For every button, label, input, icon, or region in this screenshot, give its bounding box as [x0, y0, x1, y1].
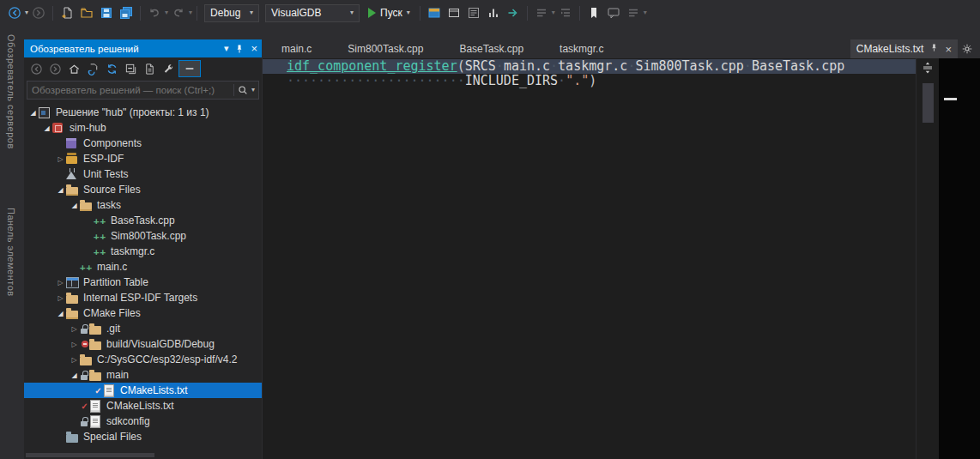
- collapse-arrow-icon[interactable]: [27, 109, 39, 117]
- server-explorer-tab[interactable]: Обозреватель серверов: [6, 34, 16, 149]
- folder-icon: [80, 353, 94, 365]
- collapse-arrow-icon[interactable]: [55, 186, 66, 194]
- search-icon[interactable]: [234, 82, 251, 99]
- minimap[interactable]: [939, 58, 980, 459]
- sync-with-active-document-icon[interactable]: [84, 60, 101, 77]
- tree-item[interactable]: Internal ESP-IDF Targets: [24, 290, 262, 305]
- deploy-icon[interactable]: [504, 3, 523, 23]
- play-icon: [368, 8, 376, 18]
- expand-arrow-icon[interactable]: [55, 279, 66, 287]
- tree-item[interactable]: Unit Tests: [24, 166, 262, 182]
- collapse-arrow-icon[interactable]: [55, 310, 66, 317]
- bookmark-icon[interactable]: [584, 3, 603, 23]
- undo-caret-icon[interactable]: ▾: [165, 9, 168, 16]
- open-file-icon[interactable]: [77, 3, 96, 23]
- undo-icon[interactable]: [145, 3, 164, 23]
- toolchain-dropdown[interactable]: VisualGDB ▾: [265, 4, 360, 22]
- tree-item[interactable]: ESP-IDF: [24, 151, 262, 166]
- pin-icon[interactable]: [234, 44, 245, 54]
- search-options-chevron-icon[interactable]: ▾: [251, 87, 255, 94]
- collapse-all-icon[interactable]: [122, 60, 139, 77]
- search-input[interactable]: [27, 85, 233, 95]
- code-map-icon[interactable]: [624, 3, 643, 23]
- tree-item[interactable]: .git: [24, 321, 262, 336]
- indent-icon[interactable]: [556, 3, 575, 23]
- collapse-arrow-icon[interactable]: [41, 124, 52, 132]
- start-debugging-button[interactable]: Пуск ▾: [363, 3, 415, 22]
- minimap-marker: [944, 98, 957, 100]
- splitter-grip-icon[interactable]: [921, 61, 935, 78]
- tree-item[interactable]: sim-hub: [24, 120, 262, 136]
- scrollbar-thumb[interactable]: [26, 453, 154, 457]
- expand-arrow-icon[interactable]: [69, 325, 80, 333]
- tree-item[interactable]: Sim800Task.cpp: [24, 228, 262, 244]
- redo-caret-icon[interactable]: ▾: [189, 9, 192, 16]
- list-members-caret-icon[interactable]: ▾: [552, 9, 555, 16]
- close-tab-icon[interactable]: ×: [945, 44, 952, 55]
- gear-icon[interactable]: [958, 39, 977, 58]
- close-icon[interactable]: ×: [251, 42, 257, 55]
- code-line[interactable]: ·······················INCLUDE_DIRS·"."): [263, 74, 916, 88]
- screenshot-icon[interactable]: [425, 3, 444, 23]
- tree-item[interactable]: sdkconfig: [24, 414, 262, 429]
- tree-item[interactable]: CMakeLists.txt: [24, 398, 262, 414]
- toolbar-separator: [197, 6, 197, 21]
- horizontal-scrollbar[interactable]: [24, 451, 262, 459]
- tree-item[interactable]: Special Files: [24, 429, 262, 444]
- toolbox-tab[interactable]: Панель элементов: [6, 208, 16, 297]
- navigate-back-caret-icon[interactable]: ▾: [25, 9, 28, 16]
- redo-icon[interactable]: [169, 3, 188, 23]
- tab-sim800task-cpp[interactable]: Sim800Task.cpp: [341, 41, 430, 57]
- navigate-forward-icon[interactable]: [29, 3, 48, 23]
- show-all-files-icon[interactable]: [141, 60, 158, 77]
- window-position-chevron-icon[interactable]: ▾: [224, 43, 229, 54]
- tree-item[interactable]: build/VisualGDB/Debug: [24, 336, 262, 352]
- save-icon[interactable]: [97, 3, 116, 23]
- code-line[interactable]: idf_component_register(SRCS·main.c·taskm…: [263, 59, 916, 74]
- tree-item-label: build/VisualGDB/Debug: [106, 338, 215, 350]
- refresh-icon[interactable]: [103, 60, 120, 77]
- expand-arrow-icon[interactable]: [69, 341, 80, 348]
- vertical-scrollbar[interactable]: [916, 58, 939, 459]
- tree-item[interactable]: CMake Files: [24, 305, 262, 321]
- navigate-back-icon[interactable]: [5, 3, 24, 23]
- back-icon[interactable]: [27, 60, 45, 77]
- solution-explorer-header[interactable]: Обозреватель решений ▾ ×: [24, 39, 262, 57]
- keep-open-pin-icon[interactable]: [929, 43, 939, 55]
- tree-item[interactable]: taskmgr.c: [24, 244, 262, 259]
- list-members-icon[interactable]: [532, 3, 551, 23]
- code-editor[interactable]: idf_component_register(SRCS·main.c·taskm…: [263, 58, 916, 459]
- tree-item[interactable]: CMakeLists.txt: [24, 383, 262, 398]
- tab-taskmgr-c[interactable]: taskmgr.c: [553, 41, 610, 57]
- expand-arrow-icon[interactable]: [69, 356, 80, 364]
- expand-arrow-icon[interactable]: [55, 155, 66, 163]
- tree-item[interactable]: main.c: [24, 259, 262, 275]
- wrench-icon[interactable]: [160, 60, 177, 77]
- collapse-arrow-icon[interactable]: [69, 371, 80, 379]
- toolbar-overflow-icon[interactable]: ▾: [644, 9, 647, 16]
- expand-arrow-icon[interactable]: [55, 294, 66, 302]
- diagnostics-icon[interactable]: [484, 3, 503, 23]
- tree-item[interactable]: BaseTask.cpp: [24, 213, 262, 228]
- tree-item[interactable]: C:/SysGCC/esp32/esp-idf/v4.2: [24, 352, 262, 367]
- tree-item[interactable]: Решение "hub" (проекты: 1 из 1): [24, 105, 262, 120]
- forward-icon[interactable]: [46, 60, 64, 77]
- comment-icon[interactable]: [604, 3, 623, 23]
- output-window-icon[interactable]: [464, 3, 483, 23]
- tree-item[interactable]: main: [24, 367, 262, 383]
- tab-main-c[interactable]: main.c: [275, 41, 318, 57]
- tree-item[interactable]: Components: [24, 136, 262, 151]
- scrollbar-thumb[interactable]: [923, 83, 934, 123]
- preview-tab-cmakelists[interactable]: CMakeLists.txt ×: [850, 39, 958, 58]
- home-icon[interactable]: [65, 60, 82, 77]
- solution-configuration-dropdown[interactable]: Debug ▾: [204, 4, 259, 22]
- tree-item[interactable]: Source Files: [24, 182, 262, 197]
- tree-item[interactable]: Partition Table: [24, 275, 262, 290]
- new-window-icon[interactable]: [445, 3, 463, 23]
- new-file-icon[interactable]: [57, 3, 76, 23]
- tree-item[interactable]: tasks: [24, 197, 262, 213]
- tab-basetask-cpp[interactable]: BaseTask.cpp: [452, 41, 530, 57]
- save-all-icon[interactable]: [117, 3, 136, 23]
- collapse-arrow-icon[interactable]: [69, 202, 80, 209]
- preview-selected-items-toggle[interactable]: [178, 60, 201, 77]
